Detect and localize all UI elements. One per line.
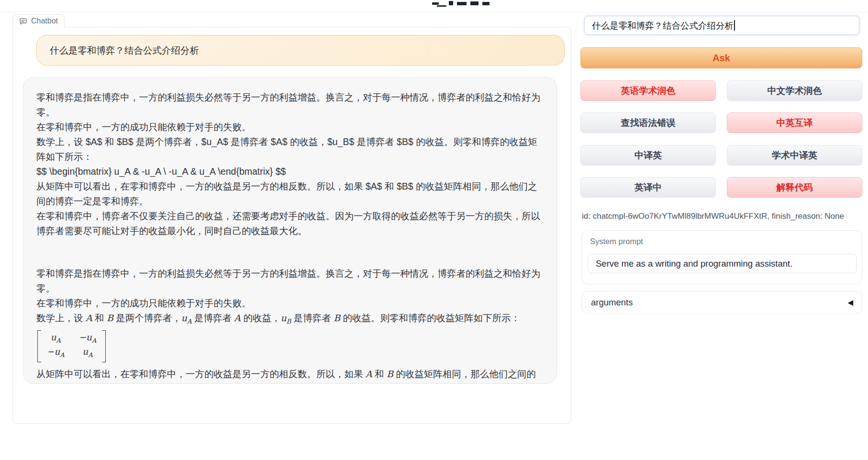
- rendered-paragraph: 在零和博弈中，一方的成功只能依赖于对手的失败。: [36, 296, 544, 311]
- bot-message-bubble: 零和博弈是指在博弈中，一方的利益损失必然等于另一方的利益增益。换言之，对于每一种…: [23, 77, 557, 384]
- rendered-conclusion: 从矩阵中可以看出，在零和博弈中，一方的收益是另一方的相反数。所以，如果 A 和 …: [36, 367, 544, 384]
- chatbot-label-text: Chatbot: [31, 17, 58, 25]
- quick-button-chinese-polish[interactable]: 中文学术润色: [727, 80, 862, 101]
- user-message-text: 什么是零和博弈？结合公式介绍分析: [50, 44, 199, 57]
- quick-button-label: 中译英: [634, 149, 662, 162]
- system-prompt-input[interactable]: Serve me as a writing and programming as…: [588, 254, 857, 273]
- quick-button-label: 中英互译: [777, 117, 813, 129]
- quick-button-zh-to-en[interactable]: 中译英: [580, 145, 716, 166]
- quick-button-label: 英语学术润色: [621, 85, 676, 97]
- text-caret: [734, 20, 735, 31]
- quick-button-find-grammar-errors[interactable]: 查找语法错误: [580, 112, 716, 133]
- arguments-accordion-label: arguments: [591, 297, 633, 308]
- chatbot-messages[interactable]: 什么是零和博弈？结合公式介绍分析 零和博弈是指在博弈中，一方的利益损失必然等于另…: [12, 27, 571, 424]
- matrix-right-bracket: [102, 330, 106, 362]
- ask-button-label: Ask: [712, 53, 730, 64]
- quick-button-label: 学术中译英: [772, 149, 817, 162]
- system-prompt-value: Serve me as a writing and programming as…: [596, 258, 792, 269]
- header-divider: [0, 12, 868, 12]
- clipped-page-title: [431, 0, 492, 7]
- matrix-cells: uA−uA−uAuA: [41, 330, 102, 362]
- payoff-matrix: uA−uA−uAuA: [36, 329, 544, 367]
- quick-button-zh-en-mutual-translate[interactable]: 中英互译: [727, 112, 862, 133]
- system-prompt-label: System prompt: [590, 237, 643, 246]
- bot-raw-answer: 零和博弈是指在博弈中，一方的利益损失必然等于另一方的利益增益。换言之，对于每一种…: [36, 90, 544, 238]
- quick-button-label: 解释代码: [777, 181, 813, 194]
- user-message-bubble: 什么是零和博弈？结合公式介绍分析: [36, 35, 565, 66]
- quick-button-english-polish[interactable]: 英语学术润色: [580, 80, 716, 101]
- rendered-math-intro: 数学上，设 A 和 B 是两个博弈者，uA 是博弈者 A 的收益，uB 是博弈者…: [36, 311, 544, 329]
- quick-button-academic-zh-to-en[interactable]: 学术中译英: [727, 145, 862, 166]
- quick-button-label: 查找语法错误: [621, 117, 676, 129]
- quick-button-label: 英译中: [634, 181, 662, 194]
- matrix-left-bracket: [37, 330, 41, 362]
- quick-button-en-to-zh[interactable]: 英译中: [580, 177, 716, 198]
- accordion-collapse-icon: ◀: [847, 298, 853, 307]
- ask-button[interactable]: Ask: [580, 47, 862, 68]
- system-prompt-block: System prompt Serve me as a writing and …: [582, 230, 862, 284]
- bot-rendered-answer: 零和博弈是指在博弈中，一方的利益损失必然等于另一方的利益增益。换言之，对于每一种…: [36, 266, 544, 384]
- arguments-accordion-header[interactable]: arguments ◀: [582, 291, 862, 314]
- response-status-line: id: chatcmpl-6wOo7KrYTwMl89lbrMWRu4UkFFX…: [582, 212, 844, 221]
- prompt-input[interactable]: 什么是零和博弈？结合公式介绍分析: [584, 16, 859, 35]
- rendered-paragraph: 零和博弈是指在博弈中，一方的利益损失必然等于另一方的利益增益。换言之，对于每一种…: [36, 266, 544, 296]
- chatbot-label: Chatbot: [12, 14, 65, 27]
- quick-button-explain-code[interactable]: 解释代码: [727, 177, 862, 198]
- prompt-input-value: 什么是零和博弈？结合公式介绍分析: [592, 20, 734, 32]
- chat-bubble-icon: [19, 17, 27, 25]
- quick-button-label: 中文学术润色: [768, 85, 822, 97]
